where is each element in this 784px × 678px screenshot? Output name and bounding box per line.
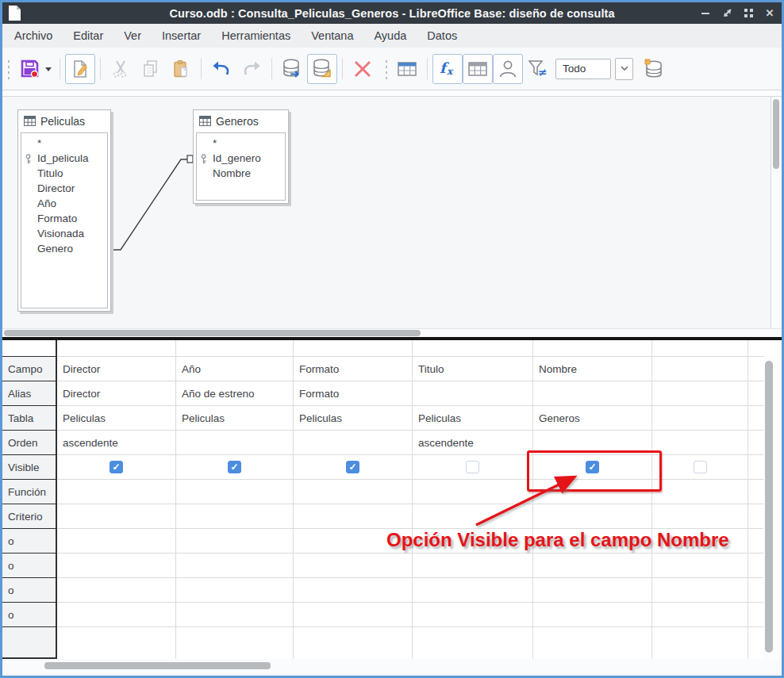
field-item-formato[interactable]: Formato [21, 211, 107, 226]
table-box-peliculas[interactable]: Peliculas * Id_pelicula Titulo Director … [17, 109, 111, 312]
field-item-id-pelicula[interactable]: Id_pelicula [21, 151, 107, 166]
scrollbar-thumb[interactable] [44, 662, 271, 669]
edit-document-icon [70, 59, 90, 79]
paste-button[interactable] [166, 54, 196, 84]
toolbar: fx ≠ Todo [2, 48, 782, 90]
table-caption[interactable]: Peliculas [18, 110, 110, 132]
libreoffice-base-window: Curso.odb : Consulta_Peliculas_Generos -… [0, 0, 784, 678]
tabla-cell-3[interactable]: Peliculas [413, 406, 533, 431]
edit-data-toggle[interactable] [65, 54, 95, 84]
row-label-funcion: Función [2, 480, 57, 504]
field-item-star[interactable]: * [197, 136, 285, 151]
visible-checkbox-0[interactable] [110, 461, 123, 473]
menu-editar[interactable]: Editar [63, 24, 113, 48]
run-query-button[interactable] [277, 54, 307, 84]
field-item-genero[interactable]: Genero [21, 241, 107, 256]
table-caption[interactable]: Generos [194, 110, 288, 132]
alias-cell-4[interactable] [533, 381, 652, 406]
scrollbar-thumb[interactable] [773, 99, 779, 169]
alias-cell-3[interactable] [413, 381, 533, 406]
field-item-director[interactable]: Director [21, 181, 107, 196]
menu-datos[interactable]: Datos [417, 24, 467, 48]
campo-cell-5[interactable] [652, 357, 748, 381]
save-button[interactable] [14, 54, 44, 84]
restore-button[interactable] [721, 8, 732, 19]
orden-cell-3[interactable]: ascendente [413, 431, 533, 455]
alias-cell-0[interactable]: Director [57, 381, 176, 406]
scrollbar-thumb[interactable] [4, 330, 421, 336]
query-grid: Campo Director Año Formato Titulo Nombre… [2, 340, 782, 673]
database-button[interactable] [638, 54, 668, 84]
campo-cell-0[interactable]: Director [57, 357, 176, 381]
minimize-button[interactable] [700, 8, 711, 19]
visible-checkbox-4[interactable] [586, 461, 599, 473]
menu-insertar[interactable]: Insertar [152, 24, 211, 48]
table-name-toggle[interactable] [463, 54, 493, 84]
tabla-cell-1[interactable]: Peliculas [176, 406, 294, 431]
scrollbar-thumb[interactable] [765, 361, 773, 653]
menu-ventana[interactable]: Ventana [301, 24, 363, 48]
redo-button[interactable] [236, 54, 267, 84]
clear-query-icon [352, 58, 374, 80]
row-label-campo: Campo [2, 357, 57, 381]
copy-button[interactable] [136, 54, 166, 84]
add-table-icon [396, 58, 418, 80]
toolbar-grip[interactable] [6, 57, 13, 81]
clear-query-button[interactable] [348, 54, 378, 84]
grid-hscrollbar[interactable] [2, 659, 782, 673]
undo-icon [210, 58, 233, 80]
field-item-nombre[interactable]: Nombre [197, 166, 285, 181]
menu-archivo[interactable]: Archivo [4, 24, 63, 48]
design-view-toggle[interactable] [307, 54, 337, 84]
tabla-cell-0[interactable]: Peliculas [57, 406, 176, 431]
grid-vscrollbar[interactable] [763, 358, 774, 659]
field-item-titulo[interactable]: Titulo [21, 166, 107, 181]
cut-button[interactable] [106, 54, 136, 84]
distinct-values-toggle[interactable]: ≠ [523, 54, 553, 84]
campo-cell-3[interactable]: Titulo [413, 357, 533, 381]
visible-checkbox-3[interactable] [466, 461, 479, 473]
undo-button[interactable] [206, 54, 236, 84]
workspace-grid-button[interactable] [743, 8, 754, 19]
menu-herramientas[interactable]: Herramientas [211, 24, 301, 48]
campo-cell-4[interactable]: Nombre [533, 357, 652, 381]
join-line[interactable] [2, 97, 782, 328]
campo-cell-1[interactable]: Año [176, 357, 294, 381]
field-item-star[interactable]: * [21, 136, 107, 151]
tabla-cell-5[interactable] [652, 406, 748, 431]
visible-checkbox-5[interactable] [694, 461, 707, 473]
tabla-cell-4[interactable]: Generos [533, 406, 652, 431]
field-item-visionada[interactable]: Visionada [21, 226, 107, 241]
campo-cell-2[interactable]: Formato [294, 357, 413, 381]
tabla-cell-2[interactable]: Peliculas [294, 406, 413, 431]
visible-checkbox-1[interactable] [228, 461, 241, 473]
orden-cell-2[interactable] [294, 431, 413, 455]
orden-cell-4[interactable] [533, 431, 652, 455]
alias-cell-1[interactable]: Año de estreno [176, 381, 294, 406]
menu-ver[interactable]: Ver [113, 24, 152, 48]
table-box-generos[interactable]: Generos * Id_genero Nombre [193, 109, 289, 204]
toolbar-grip[interactable] [384, 57, 390, 81]
field-item-anio[interactable]: Año [21, 196, 107, 211]
row-label-alias: Alias [2, 381, 57, 406]
save-dropdown-caret[interactable] [45, 67, 52, 75]
alias-toggle[interactable] [493, 54, 523, 84]
visible-checkbox-2[interactable] [346, 461, 359, 473]
field-item-id-genero[interactable]: Id_genero [197, 151, 285, 166]
menu-ayuda[interactable]: Ayuda [363, 24, 417, 48]
grid-row-o2: o [2, 554, 782, 578]
limit-dropdown-button[interactable] [615, 58, 633, 80]
alias-cell-5[interactable] [652, 381, 748, 406]
paste-icon [171, 59, 191, 79]
orden-cell-1[interactable] [176, 431, 294, 455]
orden-cell-0[interactable]: ascendente [57, 431, 176, 455]
alias-cell-2[interactable]: Formato [294, 381, 413, 406]
functions-toggle[interactable]: fx [432, 54, 463, 84]
add-table-button[interactable] [392, 54, 422, 84]
design-pane-vscrollbar[interactable] [771, 97, 782, 328]
design-pane-hscrollbar[interactable] [2, 328, 782, 337]
grid-row-empty [2, 627, 782, 659]
close-button[interactable]: ✕ [764, 8, 775, 19]
orden-cell-5[interactable] [652, 431, 748, 455]
limit-combobox[interactable]: Todo [555, 59, 611, 79]
